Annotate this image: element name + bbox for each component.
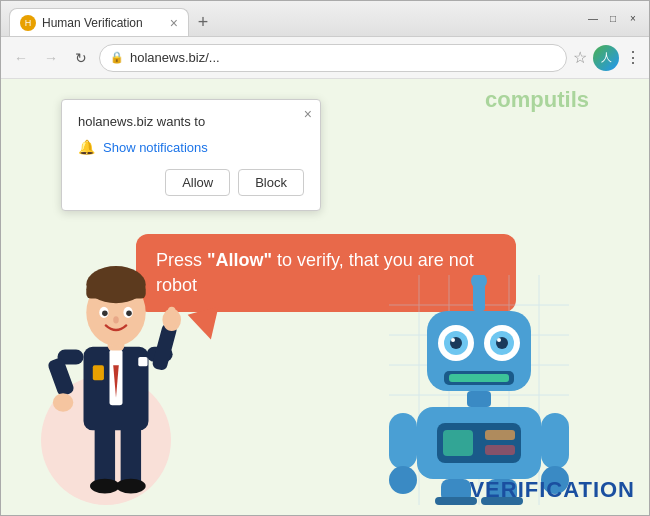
svg-rect-12: [168, 307, 175, 326]
svg-rect-16: [86, 285, 145, 299]
address-bar: ← → ↻ 🔒 holanews.biz/... ☆ 人 ⋮: [1, 37, 649, 79]
profile-button[interactable]: 人: [593, 45, 619, 71]
forward-button[interactable]: →: [39, 46, 63, 70]
lock-icon: 🔒: [110, 51, 124, 64]
popup-site-text: holanews.biz wants to: [78, 114, 304, 129]
page-content: computils × holanews.biz wants to 🔔 Show…: [1, 79, 649, 515]
svg-point-44: [497, 338, 501, 342]
verification-text: VERIFICATION: [469, 477, 635, 503]
url-text: holanews.biz/...: [130, 50, 220, 65]
svg-rect-47: [467, 391, 491, 407]
computils-watermark: computils: [485, 87, 589, 113]
url-bar[interactable]: 🔒 holanews.biz/...: [99, 44, 567, 72]
svg-rect-1: [121, 421, 141, 486]
svg-point-2: [90, 479, 120, 494]
menu-button[interactable]: ⋮: [625, 48, 641, 67]
window-controls: — □ ×: [585, 11, 641, 27]
svg-point-21: [113, 316, 119, 323]
tab-area: H Human Verification × +: [9, 1, 577, 36]
svg-point-3: [116, 479, 146, 494]
person-illustration: [21, 245, 201, 505]
bell-icon: 🔔: [78, 139, 95, 155]
svg-rect-53: [389, 413, 417, 469]
svg-rect-55: [541, 413, 569, 469]
svg-rect-0: [95, 421, 115, 486]
tab-favicon: H: [20, 15, 36, 31]
allow-button[interactable]: Allow: [165, 169, 230, 196]
svg-point-18: [102, 311, 108, 317]
svg-point-20: [126, 311, 132, 317]
popup-close-icon[interactable]: ×: [304, 106, 312, 122]
profile-icon: 人: [601, 50, 612, 65]
svg-rect-51: [485, 430, 515, 440]
new-tab-button[interactable]: +: [189, 8, 217, 36]
notification-popup: × holanews.biz wants to 🔔 Show notificat…: [61, 99, 321, 211]
back-button[interactable]: ←: [9, 46, 33, 70]
svg-point-43: [451, 338, 455, 342]
svg-rect-50: [443, 430, 473, 456]
refresh-button[interactable]: ↻: [69, 46, 93, 70]
svg-rect-24: [138, 357, 147, 366]
browser-window: H Human Verification × + — □ × ← → ↻ 🔒 h…: [0, 0, 650, 516]
svg-point-22: [53, 393, 73, 412]
tab-close-icon[interactable]: ×: [170, 16, 178, 30]
show-notifications-link[interactable]: Show notifications: [103, 140, 208, 155]
block-button[interactable]: Block: [238, 169, 304, 196]
title-bar: H Human Verification × + — □ ×: [1, 1, 649, 37]
svg-rect-46: [449, 374, 509, 382]
browser-tab[interactable]: H Human Verification ×: [9, 8, 189, 36]
robot-illustration: [389, 275, 569, 505]
maximize-button[interactable]: □: [605, 11, 621, 27]
bubble-bold: "Allow": [207, 250, 272, 270]
bookmark-icon[interactable]: ☆: [573, 48, 587, 67]
svg-rect-23: [93, 365, 104, 380]
minimize-button[interactable]: —: [585, 11, 601, 27]
svg-rect-52: [485, 445, 515, 455]
popup-notification-row: 🔔 Show notifications: [78, 139, 304, 155]
person-svg: [31, 240, 201, 500]
svg-point-54: [389, 466, 417, 494]
popup-buttons: Allow Block: [78, 169, 304, 196]
tab-title: Human Verification: [42, 16, 164, 30]
close-button[interactable]: ×: [625, 11, 641, 27]
